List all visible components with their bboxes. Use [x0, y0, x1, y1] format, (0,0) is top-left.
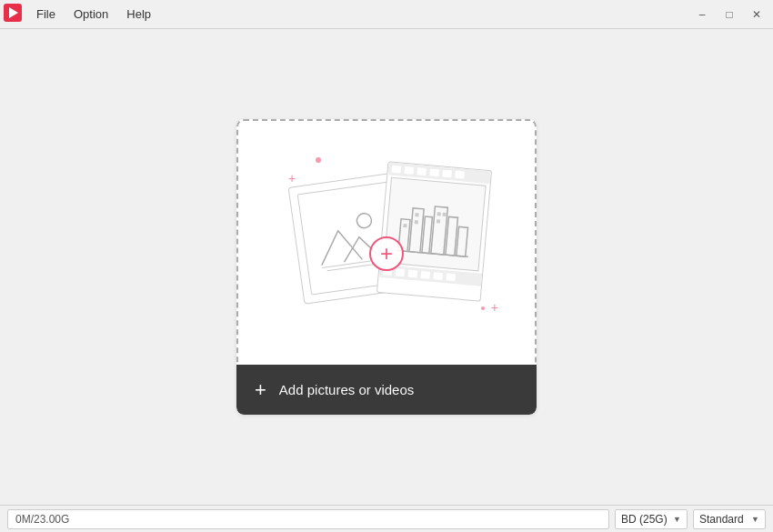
deco-plus-2: +	[491, 300, 498, 315]
storage-usage-display: 0M/23.00G	[7, 509, 609, 529]
close-button[interactable]: ✕	[744, 5, 769, 25]
main-content: + +	[0, 29, 773, 505]
svg-rect-10	[457, 226, 468, 256]
film-perf	[404, 166, 414, 175]
quality-chevron-icon: ▼	[751, 515, 759, 524]
disc-type-dropdown[interactable]: BD (25G) ▼	[615, 509, 688, 529]
menu-option[interactable]: Option	[65, 4, 117, 25]
window-controls: – □ ✕	[689, 5, 769, 25]
svg-rect-11	[403, 224, 407, 227]
film-perf	[429, 168, 439, 176]
svg-rect-16	[437, 219, 440, 223]
illustration: +	[286, 152, 487, 334]
drop-zone[interactable]: + +	[236, 119, 537, 415]
menu-bar: File Option Help	[27, 4, 689, 25]
add-button-label: Add pictures or videos	[279, 382, 414, 397]
svg-point-2	[356, 213, 372, 229]
svg-rect-7	[422, 216, 432, 254]
drop-zone-inner: + +	[236, 119, 537, 365]
film-strip	[376, 161, 492, 301]
storage-usage-text: 0M/23.00G	[15, 513, 69, 526]
film-perf	[433, 272, 443, 280]
disc-type-chevron-icon: ▼	[673, 515, 681, 524]
menu-file[interactable]: File	[27, 4, 65, 25]
add-button-bar[interactable]: + Add pictures or videos	[236, 365, 537, 415]
quality-dropdown[interactable]: Standard ▼	[693, 509, 766, 529]
svg-rect-9	[446, 216, 458, 256]
app-logo	[4, 4, 27, 25]
minimize-button[interactable]: –	[689, 5, 715, 25]
svg-rect-12	[415, 213, 418, 216]
film-perf	[420, 271, 430, 279]
svg-rect-15	[442, 213, 446, 216]
svg-rect-13	[415, 220, 418, 224]
film-perf	[391, 166, 401, 174]
film-perf	[417, 167, 427, 176]
add-plus-icon: +	[369, 236, 404, 271]
maximize-button[interactable]: □	[717, 5, 742, 25]
film-perf	[396, 268, 406, 276]
svg-line-4	[327, 264, 376, 271]
menu-help[interactable]: Help	[117, 4, 160, 25]
title-bar: File Option Help – □ ✕	[0, 0, 773, 29]
film-perf	[455, 171, 465, 179]
film-perf	[442, 170, 452, 178]
add-icon: +	[255, 378, 266, 402]
disc-type-label: BD (25G)	[621, 513, 669, 526]
film-perf	[408, 270, 418, 278]
status-bar: 0M/23.00G BD (25G) ▼ Standard ▼	[0, 505, 773, 532]
svg-rect-14	[437, 212, 441, 216]
film-perf	[446, 273, 456, 281]
quality-label: Standard	[699, 513, 748, 526]
